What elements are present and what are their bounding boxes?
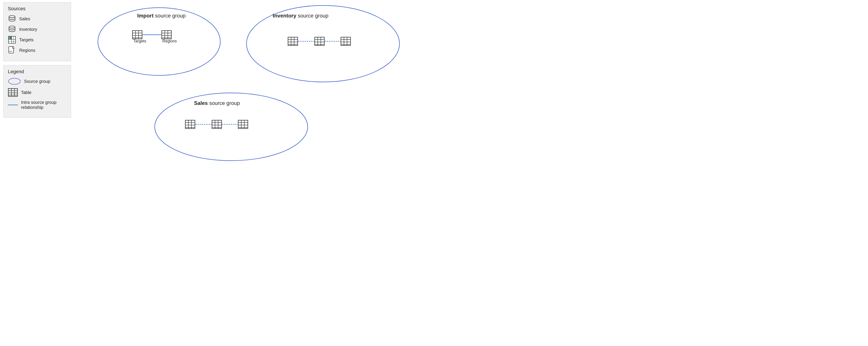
svg-rect-40 (288, 37, 298, 45)
svg-rect-54 (341, 37, 350, 45)
legend-item-table: Table (8, 88, 66, 97)
svg-rect-25 (132, 31, 142, 39)
legend-panel: Legend Source group Table (3, 65, 71, 118)
svg-point-0 (9, 15, 15, 18)
inventory-table-2 (315, 37, 324, 45)
legend-label-relationship: Intra source group relationship (21, 100, 66, 110)
svg-text:Targets: Targets (133, 39, 146, 43)
legend-table-icon (8, 88, 18, 97)
svg-rect-33 (162, 31, 171, 39)
legend-label-source-group: Source group (24, 79, 50, 84)
svg-text:Sales
       source group: Sales source group (194, 100, 240, 106)
svg-text:Import
       source group: Import source group (137, 13, 186, 19)
sources-panel: Sources Sales Inventory X (3, 2, 71, 61)
database-icon-inventory (8, 25, 16, 33)
svg-rect-74 (238, 120, 248, 128)
svg-text:Regions: Regions (162, 39, 177, 43)
svg-rect-47 (315, 37, 324, 45)
legend-line-icon (8, 104, 18, 106)
source-item-sales: Sales (8, 14, 66, 23)
csv-icon-regions: csv (8, 46, 16, 55)
source-label-targets: Targets (19, 37, 34, 42)
sales-table-3 (238, 120, 248, 128)
svg-point-1 (9, 26, 15, 28)
legend-item-source-group: Source group (8, 77, 66, 85)
svg-rect-60 (185, 120, 195, 128)
sales-table-2 (212, 120, 222, 128)
source-item-regions: csv Regions (8, 46, 66, 55)
sources-title: Sources (8, 6, 66, 11)
svg-point-11 (8, 78, 20, 84)
legend-label-table: Table (21, 90, 31, 95)
import-table-regions (162, 31, 171, 39)
import-table-targets (132, 31, 142, 39)
svg-text:csv: csv (9, 50, 12, 52)
inventory-table-3 (341, 37, 350, 45)
svg-text:Inventory
       source group: Inventory source group (273, 13, 329, 19)
svg-rect-67 (212, 120, 222, 128)
legend-oval-icon (8, 77, 21, 85)
svg-point-19 (98, 8, 220, 75)
database-icon-sales (8, 14, 16, 23)
source-label-sales: Sales (19, 17, 30, 22)
excel-icon-targets: X (8, 36, 16, 44)
source-label-inventory: Inventory (19, 27, 37, 32)
legend-item-relationship: Intra source group relationship (8, 100, 66, 110)
diagram-svg: Import source group Inventory source gro… (76, 0, 434, 173)
svg-point-20 (247, 5, 400, 82)
source-item-inventory: Inventory (8, 25, 66, 33)
left-panel: Sources Sales Inventory X (3, 2, 71, 118)
diagram-area: Import source group Inventory source gro… (76, 0, 434, 173)
svg-text:X: X (9, 36, 11, 39)
inventory-table-1 (288, 37, 298, 45)
source-label-regions: Regions (19, 48, 35, 53)
svg-point-21 (155, 93, 308, 161)
legend-title: Legend (8, 69, 66, 74)
sales-table-1 (185, 120, 195, 128)
source-item-targets: X Targets (8, 36, 66, 44)
